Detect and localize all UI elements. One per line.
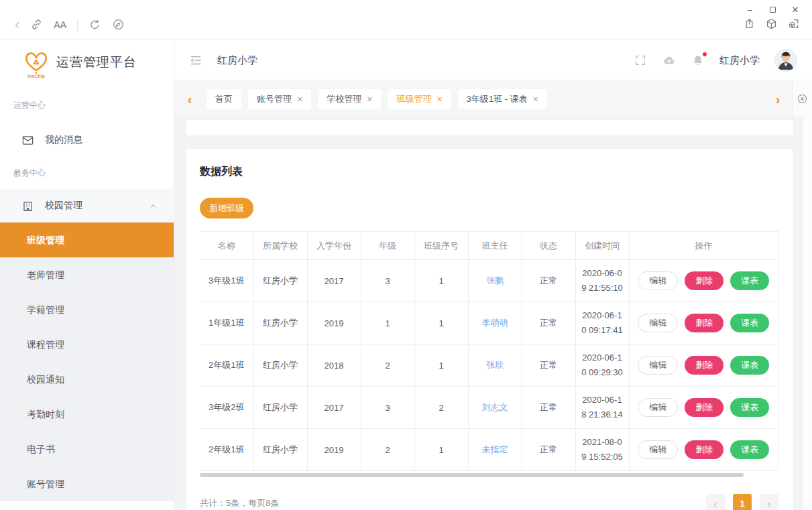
column-header-7: 状态 bbox=[522, 232, 575, 260]
edit-button[interactable]: 编辑 bbox=[638, 398, 678, 417]
sidebar-item-campus-management[interactable]: 校园管理 bbox=[0, 189, 174, 222]
column-header-1: 名称 bbox=[200, 232, 253, 260]
tab-close-icon[interactable]: × bbox=[437, 94, 442, 104]
edit-button[interactable]: 编辑 bbox=[638, 271, 678, 290]
cloud-upload-icon[interactable] bbox=[662, 53, 677, 68]
cell-class-seq: 1 bbox=[414, 344, 468, 387]
schedule-button[interactable]: 课表 bbox=[730, 398, 769, 417]
cell-actions: 编辑删除课表 bbox=[629, 260, 778, 302]
cell-school: 红房小学 bbox=[253, 387, 307, 429]
tab-4[interactable]: 班级管理× bbox=[388, 89, 451, 109]
cell-actions: 编辑删除课表 bbox=[629, 302, 778, 344]
cube-icon[interactable] bbox=[765, 17, 778, 30]
page-header: 红房小学 红房小学 bbox=[174, 41, 812, 80]
maximize-icon bbox=[770, 7, 776, 13]
column-header-3: 入学年份 bbox=[307, 232, 361, 260]
delete-button[interactable]: 删除 bbox=[685, 356, 723, 375]
close-all-tabs-button[interactable] bbox=[792, 81, 812, 117]
cell-teacher: 刘志文 bbox=[468, 387, 522, 429]
schedule-button[interactable]: 课表 bbox=[730, 271, 769, 290]
user-avatar[interactable] bbox=[774, 49, 797, 72]
link-icon[interactable] bbox=[30, 18, 43, 31]
current-school-title: 红房小学 bbox=[217, 54, 257, 67]
cell-teacher: 张鹏 bbox=[468, 260, 522, 302]
tabs-scroll-right-icon[interactable]: › bbox=[772, 92, 784, 106]
contact-icon[interactable] bbox=[787, 17, 800, 30]
add-class-button[interactable]: 新增班级 bbox=[200, 198, 253, 218]
back-icon[interactable]: ‹ bbox=[15, 19, 19, 31]
sidebar-subitem-4[interactable]: 课程管理 bbox=[0, 327, 174, 362]
horizontal-scrollbar-thumb[interactable] bbox=[200, 473, 744, 477]
cell-grade: 2 bbox=[361, 344, 414, 387]
share-icon[interactable] bbox=[743, 17, 756, 30]
tab-3[interactable]: 学校管理× bbox=[318, 89, 381, 109]
brand-name: InnChip bbox=[27, 74, 45, 78]
sidebar-submenu: 班级管理老师管理学籍管理课程管理校园通知考勤时刻电子书账号管理 bbox=[0, 222, 174, 501]
compass-icon[interactable] bbox=[112, 18, 125, 31]
tab-2[interactable]: 账号管理× bbox=[248, 89, 311, 109]
vertical-scrollbar-track[interactable] bbox=[803, 117, 812, 510]
pagination-prev-button[interactable]: ‹ bbox=[706, 494, 725, 510]
edit-button[interactable]: 编辑 bbox=[638, 356, 678, 375]
sidebar-subitem-6[interactable]: 考勤时刻 bbox=[0, 397, 174, 432]
sidebar-subitem-1[interactable]: 班级管理 bbox=[0, 222, 174, 257]
sidebar-item-messages[interactable]: 我的消息 bbox=[0, 123, 174, 157]
sidebar-section-operations: 运营中心 bbox=[13, 99, 174, 112]
delete-button[interactable]: 删除 bbox=[685, 398, 723, 417]
schedule-button[interactable]: 课表 bbox=[730, 314, 769, 332]
pagination-next-button[interactable]: › bbox=[760, 494, 778, 510]
delete-button[interactable]: 删除 bbox=[685, 440, 723, 459]
created-date-line: 9 21:55:10 bbox=[579, 281, 626, 296]
teacher-link[interactable]: 李萌萌 bbox=[482, 318, 508, 328]
tab-5[interactable]: 3年级1班 - 课表× bbox=[458, 89, 547, 109]
window-controls: – ✕ bbox=[738, 3, 807, 17]
tab-label: 班级管理 bbox=[396, 93, 431, 105]
delete-button[interactable]: 删除 bbox=[685, 314, 723, 332]
column-header-2: 所属学校 bbox=[253, 232, 307, 260]
window-minimize-button[interactable]: – bbox=[738, 3, 761, 17]
cell-actions: 编辑删除课表 bbox=[629, 429, 778, 471]
cell-teacher: 张欣 bbox=[468, 344, 522, 387]
delete-button[interactable]: 删除 bbox=[685, 271, 723, 290]
notifications-button[interactable] bbox=[691, 54, 705, 67]
sidebar-subitem-3[interactable]: 学籍管理 bbox=[0, 292, 174, 327]
tab-close-icon[interactable]: × bbox=[367, 94, 372, 104]
table-row: 3年级2班红房小学201732刘志文正常2020-06-18 21:36:14编… bbox=[200, 387, 778, 429]
sidebar-subitem-7[interactable]: 电子书 bbox=[0, 432, 174, 466]
schedule-button[interactable]: 课表 bbox=[730, 440, 769, 459]
chevron-up-icon bbox=[149, 202, 158, 210]
tab-1[interactable]: 首页 bbox=[207, 89, 241, 109]
edit-button[interactable]: 编辑 bbox=[638, 314, 678, 332]
horizontal-scrollbar bbox=[200, 472, 778, 478]
window-close-button[interactable]: ✕ bbox=[784, 3, 807, 17]
font-size-icon[interactable]: AA bbox=[54, 19, 66, 30]
cell-enroll-year: 2019 bbox=[307, 302, 361, 344]
cell-school: 红房小学 bbox=[253, 344, 307, 387]
sidebar-subitem-2[interactable]: 老师管理 bbox=[0, 257, 174, 292]
pagination-page-1[interactable]: 1 bbox=[733, 494, 752, 510]
collapse-sidebar-icon[interactable] bbox=[189, 54, 202, 67]
tab-close-icon[interactable]: × bbox=[297, 94, 302, 104]
tabs-scroll-left-icon[interactable]: ‹ bbox=[184, 92, 196, 106]
teacher-link[interactable]: 张欣 bbox=[486, 360, 504, 370]
cell-name: 1年级1班 bbox=[200, 302, 253, 344]
teacher-link[interactable]: 未指定 bbox=[482, 444, 508, 454]
cell-name: 3年级2班 bbox=[200, 387, 253, 429]
sidebar-subitem-5[interactable]: 校园通知 bbox=[0, 362, 174, 397]
tab-close-icon[interactable]: × bbox=[533, 94, 538, 104]
fullscreen-icon[interactable] bbox=[634, 54, 647, 67]
created-date-line: 2020-06-0 bbox=[579, 266, 626, 281]
edit-button[interactable]: 编辑 bbox=[638, 440, 678, 459]
schedule-button[interactable]: 课表 bbox=[730, 356, 769, 375]
teacher-link[interactable]: 张鹏 bbox=[486, 275, 504, 285]
refresh-icon[interactable] bbox=[89, 18, 101, 31]
cell-grade: 1 bbox=[361, 302, 414, 344]
class-table: 名称所属学校入学年份年级班级序号班主任状态创建时间操作 3年级1班红房小学201… bbox=[200, 231, 778, 471]
sidebar-subitem-8[interactable]: 账号管理 bbox=[0, 466, 174, 501]
tab-label: 首页 bbox=[215, 93, 233, 105]
teacher-link[interactable]: 刘志文 bbox=[482, 402, 508, 412]
created-date-line: 8 21:36:14 bbox=[579, 407, 626, 422]
cell-name: 2年级1班 bbox=[200, 344, 253, 387]
cell-teacher: 未指定 bbox=[468, 429, 522, 471]
window-maximize-button[interactable] bbox=[761, 3, 784, 17]
